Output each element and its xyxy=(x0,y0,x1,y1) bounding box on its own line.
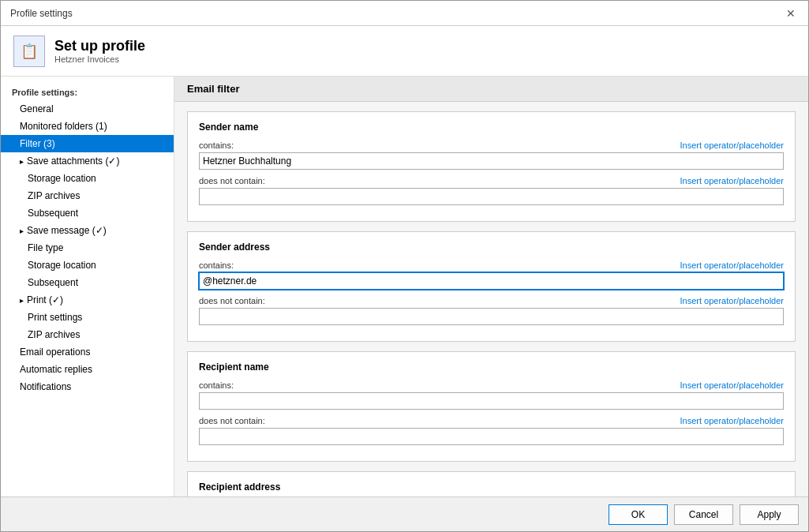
filter-label-sender-address-0: contains: xyxy=(199,260,234,270)
content-scroll[interactable]: Email filter Sender name contains: Inser… xyxy=(174,77,808,496)
sidebar-item-label: Monitored folders (1) xyxy=(20,121,107,132)
sidebar-item-general[interactable]: General xyxy=(1,100,174,118)
sidebar-item-print-settings[interactable]: Print settings xyxy=(1,309,174,326)
filter-input-recipient-name-0[interactable] xyxy=(199,392,784,410)
sidebar-item-label: Save attachments (✓) xyxy=(27,155,119,167)
sidebar-item-label: ZIP archives xyxy=(28,190,80,201)
sidebar-item-label: Notifications xyxy=(20,381,71,392)
header-text: Set up profile Hetzner Invoices xyxy=(54,38,145,64)
filter-group-sender-name: Sender name contains: Insert operator/pl… xyxy=(187,111,796,222)
sidebar-item-notifications[interactable]: Notifications xyxy=(1,378,174,395)
filter-label-recipient-name-0: contains: xyxy=(199,380,234,390)
filter-row-header-sender-address-0: contains: Insert operator/placeholder xyxy=(199,260,784,270)
filter-input-recipient-name-1[interactable] xyxy=(199,428,784,445)
sidebar-items-container: GeneralMonitored folders (1)Filter (3)▸S… xyxy=(1,100,174,395)
sidebar-item-label: Automatic replies xyxy=(20,364,92,375)
sidebar-item-zip-archives-1[interactable]: ZIP archives xyxy=(1,187,174,204)
header-area: 📋 Set up profile Hetzner Invoices xyxy=(1,26,808,77)
filter-input-sender-name-0[interactable] xyxy=(199,152,784,170)
insert-link-recipient-name-0[interactable]: Insert operator/placeholder xyxy=(680,380,784,390)
sidebar-item-label: ZIP archives xyxy=(28,329,80,340)
main-area: Profile settings: GeneralMonitored folde… xyxy=(1,77,808,496)
filter-group-recipient-name: Recipient name contains: Insert operator… xyxy=(187,351,796,462)
content-area: Email filter Sender name contains: Inser… xyxy=(174,77,808,496)
filter-row-header-recipient-name-0: contains: Insert operator/placeholder xyxy=(199,380,784,390)
filter-row-header-recipient-name-1: does not contain: Insert operator/placeh… xyxy=(199,416,784,425)
filter-label-sender-name-1: does not contain: xyxy=(199,176,265,185)
bottom-bar: OK Cancel Apply xyxy=(1,496,808,531)
sidebar-item-storage-location-1[interactable]: Storage location xyxy=(1,170,174,187)
cancel-button[interactable]: Cancel xyxy=(674,504,733,525)
header-title: Set up profile xyxy=(54,38,145,54)
sidebar-item-email-operations[interactable]: Email operations xyxy=(1,343,174,361)
sidebar-item-label: Email operations xyxy=(20,347,90,358)
sidebar-item-save-attachments[interactable]: ▸Save attachments (✓) xyxy=(1,152,174,170)
close-button[interactable]: ✕ xyxy=(783,6,799,21)
filter-label-sender-name-0: contains: xyxy=(199,140,234,150)
profile-icon-glyph: 📋 xyxy=(21,43,38,60)
sidebar-item-label: File type xyxy=(28,242,63,253)
sidebar-item-label: Subsequent xyxy=(28,208,78,219)
filter-input-sender-name-1[interactable] xyxy=(199,188,784,205)
expand-icon: ▸ xyxy=(20,227,24,235)
ok-button[interactable]: OK xyxy=(609,504,668,525)
filter-group-title-recipient-address: Recipient address xyxy=(199,481,784,493)
filter-row-sender-name-1: does not contain: Insert operator/placeh… xyxy=(199,176,784,205)
filter-label-sender-address-1: does not contain: xyxy=(199,296,265,305)
sidebar-item-label: Filter (3) xyxy=(20,138,55,149)
profile-settings-window: Profile settings ✕ 📋 Set up profile Hetz… xyxy=(0,0,809,532)
sidebar-item-save-message[interactable]: ▸Save message (✓) xyxy=(1,222,174,239)
insert-link-sender-address-0[interactable]: Insert operator/placeholder xyxy=(680,260,784,270)
window-title: Profile settings xyxy=(10,8,73,19)
filter-row-sender-address-1: does not contain: Insert operator/placeh… xyxy=(199,296,784,325)
insert-link-sender-name-1[interactable]: Insert operator/placeholder xyxy=(680,176,784,185)
sidebar-item-file-type[interactable]: File type xyxy=(1,239,174,257)
sidebar-item-filter[interactable]: Filter (3) xyxy=(1,135,174,152)
filter-row-sender-name-0: contains: Insert operator/placeholder xyxy=(199,140,784,170)
sidebar-item-label: Storage location xyxy=(28,173,96,184)
sidebar-section-label: Profile settings: xyxy=(1,83,174,100)
sidebar-item-label: Storage location xyxy=(28,260,96,271)
filter-input-sender-address-0[interactable] xyxy=(199,272,784,290)
insert-link-recipient-name-1[interactable]: Insert operator/placeholder xyxy=(680,416,784,425)
filter-group-title-sender-name: Sender name xyxy=(199,122,784,133)
expand-icon: ▸ xyxy=(20,157,24,166)
insert-link-sender-address-1[interactable]: Insert operator/placeholder xyxy=(680,296,784,305)
filter-group-title-recipient-name: Recipient name xyxy=(199,362,784,373)
sidebar-item-subsequent-1[interactable]: Subsequent xyxy=(1,204,174,222)
filter-row-header-sender-name-0: contains: Insert operator/placeholder xyxy=(199,140,784,150)
sidebar-item-label: General xyxy=(20,103,54,114)
sidebar-item-automatic-replies[interactable]: Automatic replies xyxy=(1,361,174,378)
sidebar: Profile settings: GeneralMonitored folde… xyxy=(1,77,174,496)
sidebar-item-label: Print (✓) xyxy=(27,294,63,305)
sidebar-item-label: Save message (✓) xyxy=(27,225,107,236)
filter-label-recipient-name-1: does not contain: xyxy=(199,416,265,425)
filter-group-sender-address: Sender address contains: Insert operator… xyxy=(187,231,796,342)
filter-row-recipient-name-1: does not contain: Insert operator/placeh… xyxy=(199,416,784,445)
filter-input-sender-address-1[interactable] xyxy=(199,308,784,325)
sidebar-item-storage-location-2[interactable]: Storage location xyxy=(1,257,174,274)
filter-row-header-sender-address-1: does not contain: Insert operator/placeh… xyxy=(199,296,784,305)
title-bar: Profile settings ✕ xyxy=(1,1,808,26)
sidebar-item-label: Print settings xyxy=(28,312,82,323)
profile-icon: 📋 xyxy=(13,36,45,67)
insert-link-sender-name-0[interactable]: Insert operator/placeholder xyxy=(680,140,784,150)
filter-content: Sender name contains: Insert operator/pl… xyxy=(174,102,808,496)
filter-row-header-sender-name-1: does not contain: Insert operator/placeh… xyxy=(199,176,784,185)
filter-row-recipient-name-0: contains: Insert operator/placeholder xyxy=(199,380,784,410)
filter-group-recipient-address: Recipient address contains: Insert opera… xyxy=(187,471,796,496)
header-subtitle: Hetzner Invoices xyxy=(54,54,145,64)
expand-icon: ▸ xyxy=(20,296,24,305)
sidebar-item-subsequent-2[interactable]: Subsequent xyxy=(1,274,174,291)
sidebar-item-label: Subsequent xyxy=(28,277,78,288)
sidebar-item-zip-archives-2[interactable]: ZIP archives xyxy=(1,326,174,343)
filter-group-title-sender-address: Sender address xyxy=(199,242,784,253)
filter-row-sender-address-0: contains: Insert operator/placeholder xyxy=(199,260,784,290)
section-header: Email filter xyxy=(174,77,808,102)
sidebar-item-print[interactable]: ▸Print (✓) xyxy=(1,291,174,309)
apply-button[interactable]: Apply xyxy=(740,504,799,525)
sidebar-item-monitored-folders[interactable]: Monitored folders (1) xyxy=(1,118,174,135)
